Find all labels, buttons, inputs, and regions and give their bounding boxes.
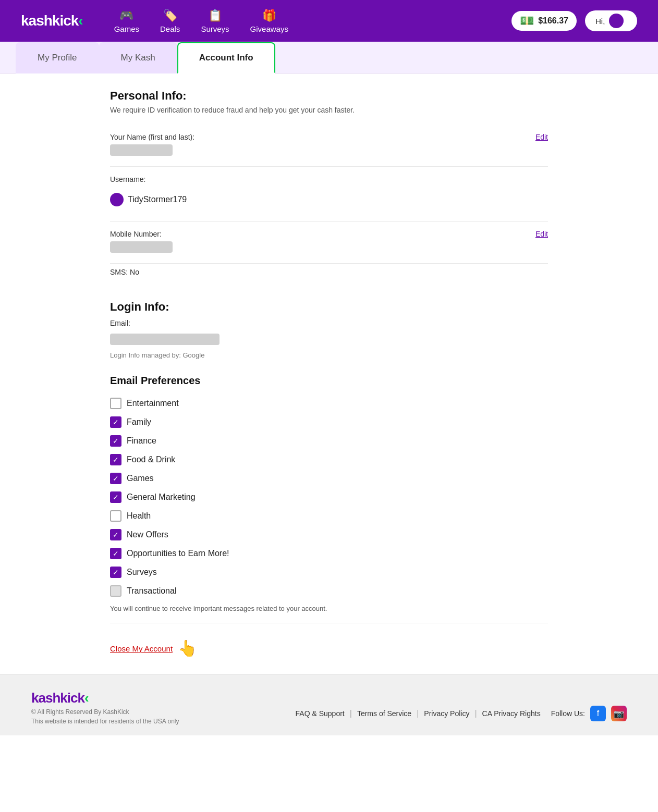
footer-tos-link[interactable]: Terms of Service <box>357 709 411 718</box>
cb-food-drink[interactable] <box>110 454 121 465</box>
pref-entertainment-label: Entertainment <box>127 399 179 408</box>
tab-my-kash[interactable]: My Kash <box>99 42 177 73</box>
managed-by-text: Login Info managed by: Google <box>110 351 548 359</box>
money-icon: 💵 <box>520 14 534 28</box>
footer-follow: Follow Us: f 📷 <box>551 706 627 721</box>
main-content: Personal Info: We require ID verificatio… <box>94 73 564 674</box>
personal-info-title: Personal Info: <box>110 89 548 103</box>
username-value: TidyStormer179 <box>128 195 187 204</box>
username-field-row: Username: TidyStormer179 <box>110 167 548 222</box>
email-value-blur <box>110 334 220 345</box>
games-icon: 🎮 <box>119 9 133 22</box>
cb-finance[interactable] <box>110 435 121 447</box>
facebook-icon[interactable]: f <box>590 706 606 721</box>
email-prefs-title: Email Preferences <box>110 375 548 387</box>
nav-item-deals[interactable]: 🏷️ Deals <box>160 9 180 33</box>
balance-badge[interactable]: 💵 $166.37 <box>511 11 577 31</box>
cb-new-offers[interactable] <box>110 529 121 540</box>
nav-links: 🎮 Games 🏷️ Deals 📋 Surveys 🎁 Giveaways <box>114 9 512 33</box>
pref-food-drink[interactable]: Food & Drink <box>110 450 548 469</box>
edit-mobile-link[interactable]: Edit <box>535 230 548 238</box>
deals-icon: 🏷️ <box>163 9 177 22</box>
pref-general-marketing[interactable]: General Marketing <box>110 488 548 507</box>
pref-transactional-label: Transactional <box>127 586 176 596</box>
pref-family-label: Family <box>127 417 151 427</box>
email-preferences-section: Email Preferences Entertainment Family F… <box>110 375 548 623</box>
name-value-blur <box>110 144 173 156</box>
nav-item-surveys[interactable]: 📋 Surveys <box>201 9 229 33</box>
mobile-field-row: Mobile Number: Edit <box>110 222 548 264</box>
personal-info-desc: We require ID verification to reduce fra… <box>110 106 548 114</box>
pref-transactional: Transactional <box>110 582 548 600</box>
pref-family[interactable]: Family <box>110 413 548 432</box>
pref-food-drink-label: Food & Drink <box>127 455 175 464</box>
cb-family[interactable] <box>110 416 121 428</box>
pref-surveys-label: Surveys <box>127 568 157 577</box>
tab-my-profile[interactable]: My Profile <box>16 42 99 73</box>
hi-badge[interactable]: Hi, <box>585 10 637 31</box>
mobile-value-blur <box>110 241 173 253</box>
sms-row: SMS: No <box>110 264 548 285</box>
footer-faq-link[interactable]: FAQ & Support <box>296 709 345 718</box>
footer-logo-accent: ‹ <box>84 690 89 706</box>
footer-logo: kashkick‹ <box>31 690 179 706</box>
logo[interactable]: kashkick‹ <box>21 13 83 29</box>
cb-transactional <box>110 585 121 597</box>
personal-info-section: Personal Info: We require ID verificatio… <box>110 89 548 285</box>
cb-games[interactable] <box>110 473 121 484</box>
avatar <box>609 14 624 28</box>
nav-label-games: Games <box>114 24 139 33</box>
nav-label-deals: Deals <box>160 24 180 33</box>
cursor-hand-icon: 👆 <box>178 639 197 657</box>
cb-entertainment[interactable] <box>110 398 121 409</box>
pref-surveys[interactable]: Surveys <box>110 563 548 582</box>
cb-opportunities[interactable] <box>110 548 121 559</box>
pref-new-offers-label: New Offers <box>127 530 168 539</box>
login-info-title: Login Info: <box>110 300 548 314</box>
footer-links: FAQ & Support | Terms of Service | Priva… <box>296 706 627 721</box>
pref-new-offers[interactable]: New Offers <box>110 525 548 544</box>
footer-privacy-link[interactable]: Privacy Policy <box>424 709 469 718</box>
balance-amount: $166.37 <box>538 16 568 26</box>
hi-text: Hi, <box>595 17 605 26</box>
edit-name-link[interactable]: Edit <box>535 133 548 141</box>
pref-games[interactable]: Games <box>110 469 548 488</box>
nav-item-games[interactable]: 🎮 Games <box>114 9 139 33</box>
mobile-label: Mobile Number: <box>110 230 548 238</box>
tabs-bar: My Profile My Kash Account Info <box>0 42 658 73</box>
name-field-row: Your Name (first and last): Edit <box>110 125 548 167</box>
giveaways-icon: 🎁 <box>262 9 276 22</box>
footer-right: FAQ & Support | Terms of Service | Priva… <box>296 690 627 721</box>
nav-label-giveaways: Giveaways <box>250 24 288 33</box>
cb-surveys[interactable] <box>110 567 121 578</box>
pref-health-label: Health <box>127 511 151 521</box>
pref-games-label: Games <box>127 474 154 483</box>
email-label: Email: <box>110 319 548 327</box>
navbar: kashkick‹ 🎮 Games 🏷️ Deals 📋 Surveys 🎁 G… <box>0 0 658 42</box>
pref-opportunities[interactable]: Opportunities to Earn More! <box>110 544 548 563</box>
tab-account-info[interactable]: Account Info <box>177 42 275 73</box>
pref-general-marketing-label: General Marketing <box>127 493 196 502</box>
footer-left: kashkick‹ © All Rights Reserved By KashK… <box>31 690 179 725</box>
footer-ca-privacy-link[interactable]: CA Privacy Rights <box>482 709 541 718</box>
pref-finance[interactable]: Finance <box>110 432 548 450</box>
follow-us-label: Follow Us: <box>551 709 585 718</box>
nav-label-surveys: Surveys <box>201 24 229 33</box>
cb-health[interactable] <box>110 510 121 522</box>
footer-usa-note: This website is intended for residents o… <box>31 718 179 725</box>
logo-accent: ‹ <box>78 13 82 29</box>
name-label: Your Name (first and last): <box>110 133 548 141</box>
pref-opportunities-label: Opportunities to Earn More! <box>127 549 229 558</box>
close-account-link[interactable]: Close My Account <box>110 644 173 653</box>
nav-item-giveaways[interactable]: 🎁 Giveaways <box>250 9 288 33</box>
footer: kashkick‹ © All Rights Reserved By KashK… <box>0 674 658 735</box>
username-label: Username: <box>110 175 548 183</box>
pref-entertainment[interactable]: Entertainment <box>110 394 548 413</box>
sms-label: SMS: No <box>110 268 139 276</box>
username-row: TidyStormer179 <box>110 187 548 213</box>
cb-general-marketing[interactable] <box>110 491 121 503</box>
pref-health[interactable]: Health <box>110 507 548 525</box>
footer-bottom: kashkick‹ © All Rights Reserved By KashK… <box>31 690 627 725</box>
close-account-area: Close My Account 👆 <box>110 634 548 653</box>
instagram-icon[interactable]: 📷 <box>611 706 627 721</box>
